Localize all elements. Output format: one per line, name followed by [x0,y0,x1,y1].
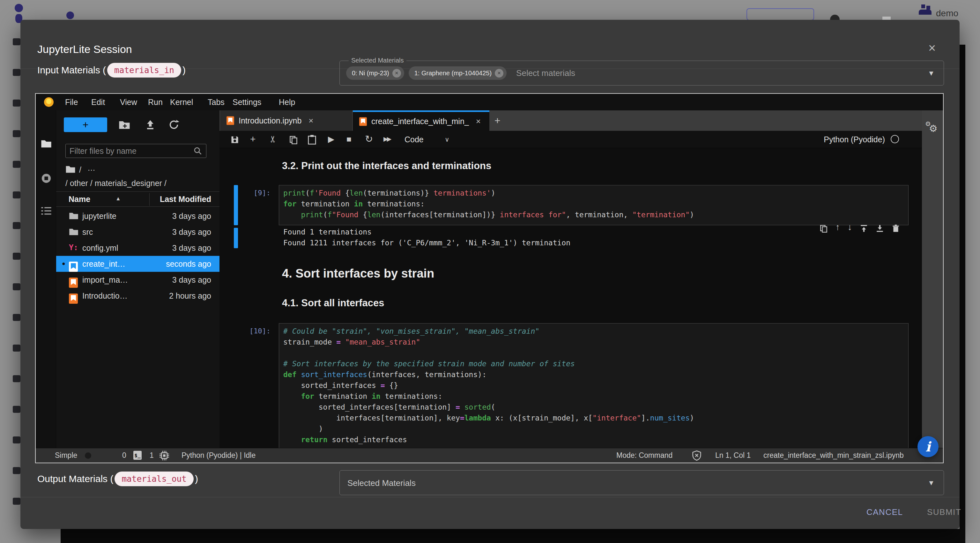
upload-icon[interactable] [145,119,156,130]
kernels-count[interactable]: 1 [150,451,154,460]
background-sidebar-icon [13,222,21,229]
file-row-create-interface[interactable]: ● create_int… seconds ago [56,256,220,272]
tab-create-interface[interactable]: create_interface_with_min_ × [353,110,489,131]
terminal-icon: $_ [134,451,142,460]
menu-help[interactable]: Help [279,98,295,107]
menu-edit[interactable]: Edit [91,98,105,107]
paste-cells-icon[interactable] [307,135,317,145]
avatar [918,5,933,19]
filter-files-input[interactable]: Filter files by name [65,144,207,158]
property-inspector-gears-icon[interactable]: ⚙⚙ [929,124,937,133]
material-chip-ni[interactable]: 0: Ni (mp-23) × [346,66,404,80]
run-cell-icon[interactable]: ▶ [328,134,334,144]
stop-kernel-icon[interactable]: ■ [347,134,352,144]
move-cell-up-icon[interactable]: ↑ [835,222,840,232]
cancel-button[interactable]: CANCEL [866,507,903,517]
breadcrumb-root[interactable]: / [79,165,81,175]
kernel-name[interactable]: Python (Pyodide) [824,135,885,144]
tab-introduction[interactable]: Introduction.ipynb × [220,110,352,131]
menu-run[interactable]: Run [148,98,163,107]
menu-tabs[interactable]: Tabs [208,98,224,107]
file-name: src [82,228,93,237]
cell-type-chevron-icon[interactable]: ∨ [445,135,450,143]
trust-shield-icon[interactable] [692,451,702,461]
mode-indicator[interactable]: Mode: Command [616,451,673,460]
section-heading-4: 4. Sort interfaces by strain [282,267,434,280]
copy-cells-icon[interactable] [289,135,298,144]
restart-run-all-icon[interactable]: ▶▶ [383,134,390,144]
save-icon[interactable] [230,135,239,144]
cell-type-select[interactable]: Code [404,135,424,144]
file-name: Introductio… [82,291,127,301]
menu-settings[interactable]: Settings [232,98,261,107]
cut-cells-icon[interactable]: ✂ [268,135,278,143]
insert-cell-above-icon[interactable] [860,224,868,232]
terminals-count[interactable]: 0 [122,451,126,460]
statusbar-filename[interactable]: create_interface_with_min_strain_zsl.ipy… [764,451,904,460]
chevron-down-icon[interactable]: ▼ [928,69,935,78]
duplicate-cell-icon[interactable] [819,224,828,232]
column-last-modified[interactable]: Last Modified [160,194,211,204]
output-label-text: Output Materials ( [37,473,113,484]
menu-view[interactable]: View [120,98,137,107]
running-sessions-icon[interactable] [41,173,52,184]
notebook-file-icon [69,277,78,288]
tab-label: Introduction.ipynb [239,116,301,126]
file-row-introduction[interactable]: Introductio… 2 hours ago [56,288,220,304]
lab-menubar: File Edit View Run Kernel Tabs Settings … [36,94,943,110]
new-folder-icon[interactable] [119,120,130,130]
insert-cell-below-icon[interactable] [876,224,884,232]
kernel-status-icon[interactable] [891,135,899,143]
input-materials-select[interactable]: Selected Materials 0: Ni (mp-23) × 1: Gr… [339,61,944,86]
new-tab-icon[interactable]: + [495,115,501,127]
tab-close-icon[interactable]: × [476,116,481,126]
delete-cell-icon[interactable] [892,224,900,232]
materials-out-chip: materials_out [115,471,194,486]
background-sidebar-icon [13,375,21,382]
restart-kernel-icon[interactable]: ↻ [365,134,373,144]
background-app-canvas-right [959,45,965,543]
menu-file[interactable]: File [65,98,78,107]
insert-cell-icon[interactable]: + [250,134,256,144]
file-list-header[interactable]: Name ▲ Last Modified [56,191,220,207]
code-line: # Sort interfaces by the specified strai… [283,360,575,368]
submit-button[interactable]: SUBMIT [927,507,961,517]
file-row-src[interactable]: src 3 days ago [56,224,220,240]
breadcrumb-ellipsis[interactable]: … [88,163,95,173]
output-materials-select[interactable]: Selected Materials ▼ [339,470,944,495]
background-app-canvas [60,529,965,543]
kernel-status-text[interactable]: Python (Pyodide) | Idle [181,451,256,460]
column-name[interactable]: Name [68,194,90,204]
file-row-jupyterlite[interactable]: jupyterlite 3 days ago [56,208,220,224]
chip-remove-icon[interactable]: × [495,69,503,78]
file-row-import-material[interactable]: import_ma… 3 days ago [56,272,220,288]
output-line: Found 1211 interfaces for ('C_P6/mmm_2',… [283,239,570,247]
tab-close-icon[interactable]: × [309,116,313,126]
input-materials-label: Input Materials ( materials_in ) [37,61,186,80]
file-browser-icon[interactable] [41,139,52,149]
cursor-position[interactable]: Ln 1, Col 1 [715,451,751,460]
close-icon[interactable]: × [928,41,935,54]
notebook-content[interactable]: 3.2. Print out the interfaces and termin… [220,148,922,448]
refresh-icon[interactable] [169,119,179,130]
cell-prompt: [10]: [229,327,270,335]
chevron-down-icon[interactable]: ▼ [928,479,935,487]
file-row-config-yml[interactable]: Y: config.yml 3 days ago [56,240,220,256]
material-chip-graphene[interactable]: 1: Graphene (mp-1040425) × [409,66,507,80]
sort-ascending-icon[interactable]: ▲ [116,196,121,202]
output-collapser[interactable] [234,228,238,248]
file-browser-panel: + Filter files by name [56,110,220,448]
file-name: jupyterlite [82,212,116,221]
table-of-contents-icon[interactable] [41,206,52,216]
breadcrumb-path[interactable]: / other / materials_designer / [65,179,167,188]
chip-remove-icon[interactable]: × [392,69,401,78]
materials-in-chip: materials_in [107,63,181,78]
menu-kernel[interactable]: Kernel [170,98,193,107]
cell-prompt: [9]: [229,189,270,197]
file-modified: 3 days ago [172,228,211,237]
home-folder-icon[interactable] [65,165,76,174]
lab-left-rail [36,110,56,448]
new-launcher-button[interactable]: + [64,118,107,132]
move-cell-down-icon[interactable]: ↓ [848,222,852,232]
info-button[interactable]: i [918,436,939,457]
